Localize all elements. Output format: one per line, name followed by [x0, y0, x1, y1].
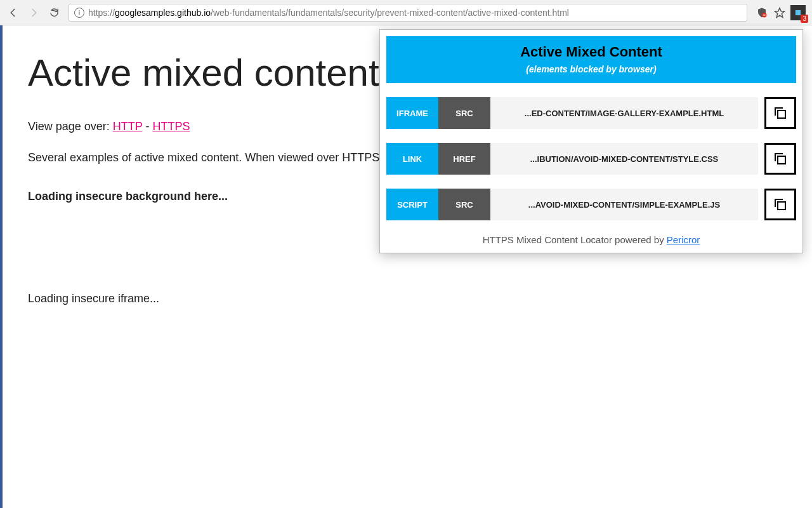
copy-button[interactable]: [764, 143, 796, 175]
attr-label: SRC: [438, 97, 490, 129]
url-label: ...ED-CONTENT/IMAGE-GALLERY-EXAMPLE.HTML: [490, 97, 758, 129]
popup-title: Active Mixed Content: [393, 44, 790, 60]
result-row: SCRIPT SRC ...AVOID-MIXED-CONTENT/SIMPLE…: [386, 189, 796, 220]
forward-button[interactable]: [24, 3, 43, 22]
tag-label: SCRIPT: [386, 189, 438, 220]
url-text: https://googlesamples.github.io/web-fund…: [88, 8, 569, 18]
reload-button[interactable]: [44, 3, 63, 22]
tag-label: IFRAME: [386, 97, 438, 129]
svg-rect-5: [778, 202, 785, 210]
extension-button[interactable]: 3: [790, 5, 806, 20]
attr-label: SRC: [438, 189, 490, 220]
insecure-iframe-text: Loading insecure iframe...: [28, 292, 787, 305]
https-link[interactable]: HTTPS: [152, 120, 190, 133]
result-row: LINK HREF ...IBUTION/AVOID-MIXED-CONTENT…: [386, 143, 796, 175]
copy-button[interactable]: [764, 189, 796, 220]
address-bar[interactable]: i https://googlesamples.github.io/web-fu…: [69, 4, 747, 22]
pericror-link[interactable]: Pericror: [667, 234, 700, 245]
bookmark-star-icon[interactable]: [773, 6, 787, 20]
svg-rect-4: [778, 156, 785, 164]
shield-blocked-icon[interactable]: [755, 6, 769, 20]
extension-badge: 3: [801, 15, 808, 23]
svg-rect-3: [778, 110, 785, 118]
svg-rect-2: [796, 10, 801, 15]
attr-label: HREF: [438, 143, 490, 175]
extension-popup: Active Mixed Content (elements blocked b…: [379, 29, 803, 253]
back-button[interactable]: [4, 3, 23, 22]
url-label: ...IBUTION/AVOID-MIXED-CONTENT/STYLE.CSS: [490, 143, 758, 175]
http-link[interactable]: HTTP: [113, 120, 143, 133]
url-label: ...AVOID-MIXED-CONTENT/SIMPLE-EXAMPLE.JS: [490, 189, 758, 220]
svg-marker-1: [775, 8, 785, 17]
tag-label: LINK: [386, 143, 438, 175]
copy-button[interactable]: [764, 97, 796, 129]
result-row: IFRAME SRC ...ED-CONTENT/IMAGE-GALLERY-E…: [386, 97, 796, 129]
popup-subtitle: (elements blocked by browser): [393, 64, 790, 74]
browser-toolbar: i https://googlesamples.github.io/web-fu…: [0, 0, 812, 25]
popup-header: Active Mixed Content (elements blocked b…: [386, 36, 796, 83]
popup-footer: HTTPS Mixed Content Locator powered by P…: [386, 234, 796, 245]
site-info-icon[interactable]: i: [74, 8, 84, 18]
